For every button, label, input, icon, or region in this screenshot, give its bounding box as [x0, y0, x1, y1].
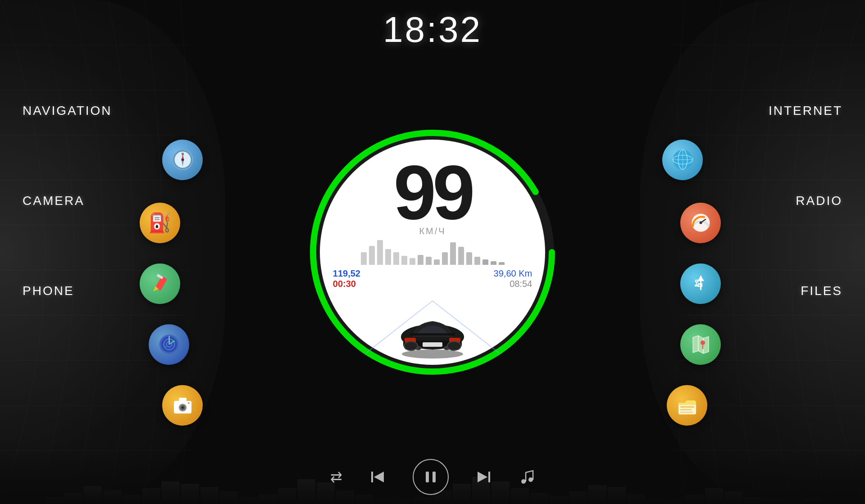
svg-text:N: N: [181, 152, 183, 155]
svg-point-50: [699, 222, 702, 224]
navigation-label[interactable]: NAVIGATION: [23, 104, 112, 118]
svg-point-35: [172, 340, 174, 342]
svg-marker-83: [374, 472, 384, 482]
media-controls: ⇄: [0, 450, 865, 504]
compass-icon[interactable]: N: [162, 140, 203, 180]
svg-point-88: [521, 479, 526, 484]
svg-point-24: [181, 159, 184, 161]
svg-rect-85: [432, 472, 436, 482]
svg-rect-56: [695, 285, 698, 286]
globe-icon[interactable]: [662, 140, 703, 180]
music-button[interactable]: [519, 469, 535, 485]
audio-bars: [347, 240, 518, 265]
prev-button[interactable]: [369, 469, 386, 485]
pencil-icon[interactable]: [140, 263, 180, 304]
shuffle-button[interactable]: ⇄: [330, 468, 342, 486]
svg-rect-65: [680, 412, 693, 413]
svg-rect-38: [179, 398, 187, 402]
svg-marker-58: [693, 336, 709, 354]
usb-icon[interactable]: [680, 263, 721, 304]
radar-icon[interactable]: [149, 324, 189, 365]
svg-point-79: [404, 341, 418, 350]
svg-rect-82: [371, 472, 373, 482]
svg-point-41: [182, 407, 183, 409]
time-display: 18:32: [383, 9, 482, 50]
play-pause-button[interactable]: [413, 459, 449, 495]
internet-label[interactable]: INTERNET: [769, 104, 842, 118]
svg-point-89: [528, 477, 533, 482]
svg-point-61: [701, 341, 705, 345]
speed-value: 99: [393, 154, 471, 231]
car-display: [392, 301, 473, 359]
camera-icon[interactable]: [162, 385, 203, 426]
files-label[interactable]: FILES: [801, 284, 842, 298]
svg-point-36: [165, 346, 166, 348]
phone-label[interactable]: PHONE: [23, 284, 74, 298]
next-button[interactable]: [476, 469, 492, 485]
svg-point-42: [188, 402, 190, 404]
camera-label[interactable]: CAMERA: [23, 194, 85, 208]
fuel-icon[interactable]: ⛽: [140, 203, 180, 243]
svg-rect-86: [488, 472, 490, 482]
svg-point-81: [402, 350, 463, 359]
left-panel: [0, 0, 225, 504]
svg-rect-84: [426, 472, 429, 482]
svg-point-80: [447, 341, 461, 350]
svg-rect-28: [156, 273, 163, 279]
svg-marker-87: [478, 472, 487, 482]
speed-unit: КМ/Ч: [419, 226, 446, 236]
svg-rect-54: [696, 280, 698, 282]
speedometer: 99 КМ/Ч 119,52: [306, 126, 559, 378]
map-icon[interactable]: [680, 324, 721, 365]
right-panel: [640, 0, 865, 504]
svg-rect-72: [410, 333, 455, 336]
svg-rect-76: [423, 342, 442, 347]
svg-marker-52: [697, 276, 704, 281]
files-icon[interactable]: [667, 385, 707, 426]
radio-label[interactable]: RADIO: [796, 194, 842, 208]
svg-rect-64: [680, 409, 692, 410]
gauge-icon[interactable]: [680, 203, 721, 243]
svg-rect-63: [680, 406, 694, 408]
